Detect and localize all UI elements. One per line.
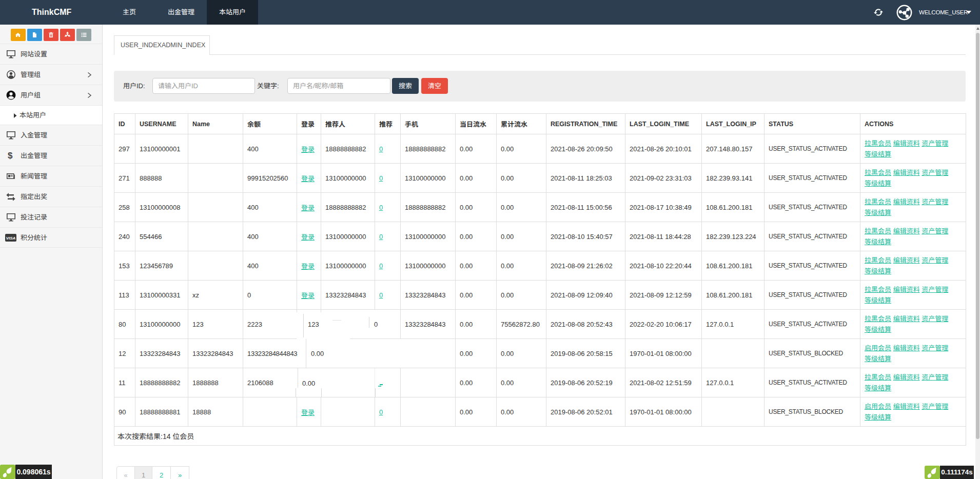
svg-text:VISA: VISA (6, 236, 16, 241)
